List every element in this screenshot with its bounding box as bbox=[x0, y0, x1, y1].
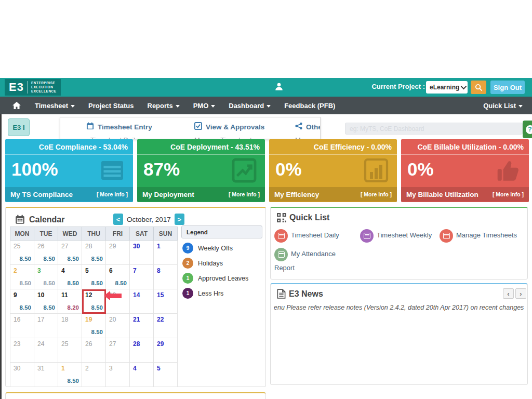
dashboard-search-placeholder: eg: MyTS, CoE Dashboard bbox=[350, 125, 424, 132]
calendar-day-cell-1[interactable]: 1 bbox=[154, 241, 178, 265]
kpi-card-title: CoE Billable Utilization - 0.00% bbox=[401, 139, 529, 155]
legend-count-badge: 1 bbox=[182, 273, 193, 284]
calendar-day-cell-29[interactable]: 29 bbox=[154, 338, 178, 363]
calendar-day-cell-3[interactable]: 38.50 bbox=[34, 265, 58, 289]
menu-item-timesheet-entry[interactable]: Timesheet Entry bbox=[86, 122, 152, 131]
home-icon[interactable] bbox=[12, 102, 21, 110]
quick-list-item-timesheet-daily[interactable]: Timesheet Daily bbox=[274, 229, 357, 243]
kpi-card-value: 87% bbox=[143, 159, 180, 180]
calendar-day-cell-25[interactable]: 25 bbox=[58, 338, 82, 363]
calendar-icon bbox=[274, 229, 288, 243]
chevron-down-icon bbox=[211, 105, 215, 108]
kpi-card-more-info-link[interactable]: [ More info ] bbox=[97, 191, 128, 197]
next-month-button[interactable]: > bbox=[175, 214, 184, 225]
search-button[interactable] bbox=[471, 81, 486, 94]
kpi-card-my-efficiency: CoE Efficiency - 0.00%0%My Efficiency[ M… bbox=[269, 139, 397, 202]
question-mark-icon: ? bbox=[526, 125, 532, 134]
kpi-card-more-info-link[interactable]: [ More info ] bbox=[493, 191, 524, 197]
calendar-day-cell-18[interactable]: 18 bbox=[58, 314, 82, 338]
calendar-day-cell-8[interactable]: 8 bbox=[154, 265, 178, 289]
menu-item-others[interactable]: Others bbox=[295, 122, 321, 131]
nav-item-reports[interactable]: Reports bbox=[141, 102, 187, 110]
day-hours: 8.50 bbox=[44, 304, 55, 311]
prev-month-button[interactable]: < bbox=[113, 214, 123, 225]
calendar-day-cell-9[interactable]: 98.50 bbox=[10, 289, 34, 314]
calendar-icon bbox=[274, 248, 288, 261]
kpi-card-value: 0% bbox=[407, 159, 434, 180]
share-icon bbox=[295, 122, 302, 131]
nav-item-timesheet[interactable]: Timesheet bbox=[28, 102, 82, 110]
calendar-day-cell-27[interactable]: 278.50 bbox=[58, 241, 82, 265]
user-icon[interactable] bbox=[274, 82, 284, 94]
calendar-day-cell-17[interactable]: 17 bbox=[34, 314, 58, 338]
calendar-day-cell-7[interactable]: 7 bbox=[130, 265, 154, 289]
red-arrow-annotation bbox=[104, 291, 122, 300]
calendar-icon bbox=[360, 229, 374, 243]
calendar-day-cell-1[interactable]: 18.50 bbox=[58, 363, 82, 387]
legend-count-badge: 9 bbox=[182, 243, 193, 254]
nav-item-feedback-pfb-[interactable]: Feedback (PFB) bbox=[277, 102, 342, 110]
calendar-day-cell-24[interactable]: 24 bbox=[34, 338, 58, 363]
nav-item-quick-list[interactable]: Quick List bbox=[476, 102, 532, 110]
dashboard-search-input[interactable]: eg: MyTS, CoE Dashboard bbox=[345, 123, 523, 135]
nav-item-dashboard[interactable]: Dashboard bbox=[222, 102, 277, 110]
project-select[interactable]: eLearning bbox=[426, 81, 468, 94]
current-project-label: Current Project : bbox=[371, 83, 425, 90]
calendar-day-cell-28[interactable]: 28 bbox=[130, 338, 154, 363]
calendar-day-cell-6[interactable]: 68.50 bbox=[106, 265, 130, 289]
calendar-day-cell-16[interactable]: 16 bbox=[10, 314, 34, 338]
calendar-day-cell-20[interactable]: 20 bbox=[106, 314, 130, 338]
e3-page-badge: E3 I bbox=[8, 118, 30, 136]
calendar-day-cell-30[interactable]: 30 bbox=[130, 241, 154, 265]
legend-title: Legend bbox=[181, 225, 262, 238]
calendar-month-label: October, 2017 bbox=[127, 216, 171, 223]
calendar-day-cell-15[interactable]: 15 bbox=[154, 289, 178, 314]
calendar-day-cell-4[interactable]: 4 bbox=[130, 363, 154, 387]
calendar-day-cell-26[interactable]: 268.50 bbox=[34, 241, 58, 265]
calendar-day-cell-11[interactable]: 118.20 bbox=[58, 289, 82, 314]
quick-list-panel: Quick List Timesheet DailyTimesheet Week… bbox=[270, 207, 528, 280]
nav-item-pmo[interactable]: PMO bbox=[187, 102, 222, 110]
chevron-down-icon bbox=[267, 105, 271, 108]
quick-list-item-timesheet-weekly[interactable]: Timesheet Weekly bbox=[360, 229, 448, 243]
quick-list-item-manage-timesheets[interactable]: Manage Timesheets bbox=[440, 229, 528, 243]
calendar-day-cell-14[interactable]: 14 bbox=[130, 289, 154, 314]
weekday-header-sun: SUN bbox=[154, 227, 178, 241]
calendar-icon bbox=[86, 122, 94, 131]
quick-list-item-my-attendance-report[interactable]: My Attendance Report bbox=[274, 247, 344, 275]
calendar-day-cell-5[interactable]: 58.50 bbox=[82, 265, 106, 289]
kpi-card-more-info-link[interactable]: [ More info ] bbox=[229, 191, 260, 197]
calendar-day-cell-22[interactable]: 22 bbox=[154, 314, 178, 338]
nav-item-project-status[interactable]: Project Status bbox=[82, 102, 140, 110]
calendar-day-cell-3[interactable]: 3 bbox=[106, 363, 130, 387]
calendar-day-cell-10[interactable]: 108.50 bbox=[34, 289, 58, 314]
calendar-day-cell-21[interactable]: 21 bbox=[130, 314, 154, 338]
legend-count-badge: 1 bbox=[182, 288, 193, 299]
calendar-day-cell-26[interactable]: 26 bbox=[82, 338, 106, 363]
sign-out-button[interactable]: Sign Out bbox=[490, 81, 525, 94]
chevron-down-icon bbox=[518, 105, 523, 108]
calendar-day-cell-2[interactable]: 2 bbox=[82, 363, 106, 387]
menu-item-view-approvals[interactable]: View & Approvals bbox=[194, 122, 264, 131]
page-left-edge bbox=[0, 78, 2, 399]
kpi-card-more-info-link[interactable]: [ More info ] bbox=[361, 191, 392, 197]
calendar-day-cell-5[interactable]: 5 bbox=[154, 363, 178, 387]
calendar-day-cell-2[interactable]: 28.50 bbox=[10, 265, 34, 289]
calendar-day-cell-23[interactable]: 23 bbox=[10, 338, 34, 363]
kpi-card-footer-label: My Billable Utilization bbox=[406, 191, 478, 198]
news-next-button[interactable]: › bbox=[515, 288, 526, 299]
calendar-day-cell-4[interactable]: 48.50 bbox=[58, 265, 82, 289]
day-hours: 8.50 bbox=[91, 304, 103, 311]
calendar-day-cell-25[interactable]: 258.50 bbox=[10, 241, 34, 265]
help-button[interactable]: ? bbox=[523, 121, 532, 138]
calendar-day-cell-28[interactable]: 288.50 bbox=[82, 241, 106, 265]
calendar-day-cell-31[interactable]: 31 bbox=[34, 363, 58, 387]
day-hours: 8.20 bbox=[68, 304, 79, 311]
calendar-day-cell-12[interactable]: 128.50 bbox=[82, 289, 106, 314]
news-prev-button[interactable]: ‹ bbox=[503, 288, 514, 299]
calendar-day-cell-29[interactable]: 29 bbox=[106, 241, 130, 265]
calendar-day-cell-30[interactable]: 30 bbox=[10, 363, 34, 387]
calendar-day-cell-27[interactable]: 27 bbox=[106, 338, 130, 363]
calendar-day-cell-19[interactable]: 198.50 bbox=[82, 314, 106, 338]
calendar-week-row: 303118.502345 bbox=[10, 363, 178, 387]
